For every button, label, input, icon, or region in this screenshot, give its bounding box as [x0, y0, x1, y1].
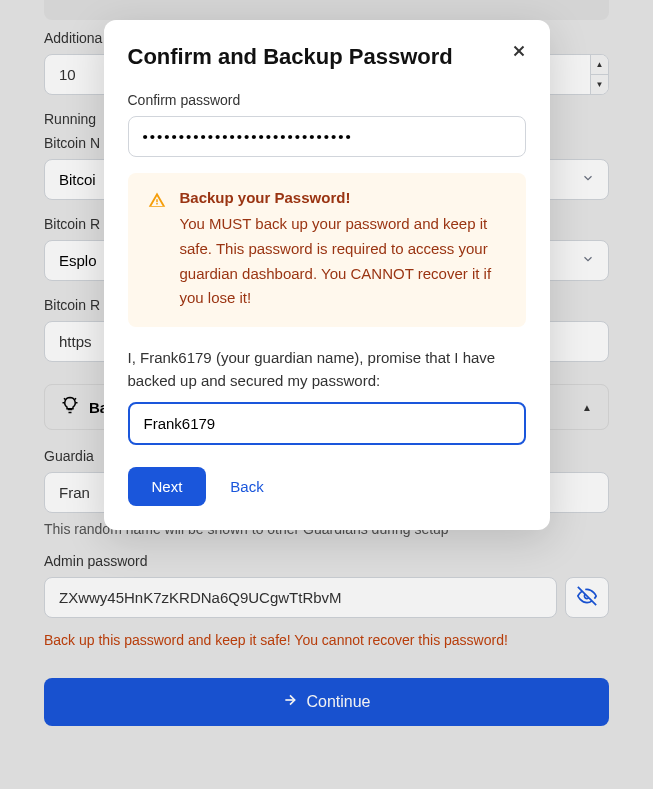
next-button[interactable]: Next	[128, 467, 207, 506]
modal-title: Confirm and Backup Password	[128, 44, 526, 70]
close-icon	[510, 48, 528, 63]
confirm-password-label: Confirm password	[128, 92, 526, 108]
close-button[interactable]	[506, 38, 532, 67]
alert-text: You MUST back up your password and keep …	[180, 212, 506, 311]
backup-warning-alert: Backup your Password! You MUST back up y…	[128, 173, 526, 327]
confirm-password-input[interactable]	[128, 116, 526, 157]
promise-confirm-input[interactable]	[128, 402, 526, 445]
promise-text: I, Frank6179 (your guardian name), promi…	[128, 347, 526, 392]
modal-overlay: Confirm and Backup Password Confirm pass…	[0, 0, 653, 789]
warning-icon	[148, 191, 166, 311]
alert-title: Backup your Password!	[180, 189, 506, 206]
back-button[interactable]: Back	[230, 478, 263, 495]
confirm-backup-modal: Confirm and Backup Password Confirm pass…	[104, 20, 550, 530]
